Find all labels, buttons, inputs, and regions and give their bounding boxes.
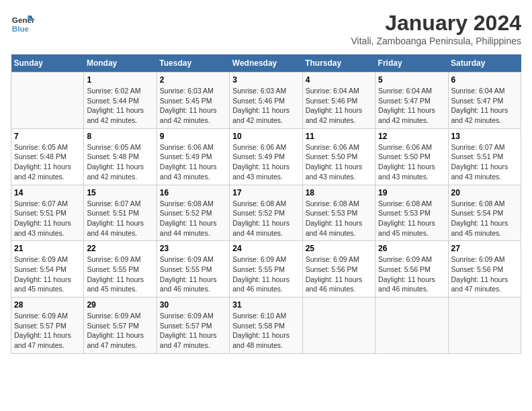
day-info: Sunrise: 6:05 AMSunset: 5:48 PMDaylight:…	[14, 142, 81, 182]
day-number: 14	[14, 188, 81, 197]
day-info: Sunrise: 6:09 AMSunset: 5:56 PMDaylight:…	[451, 255, 518, 294]
day-number: 4	[306, 75, 372, 85]
calendar-cell: 27Sunrise: 6:09 AMSunset: 5:56 PMDayligh…	[448, 241, 521, 298]
day-number: 30	[160, 300, 226, 310]
day-number: 6	[451, 75, 518, 85]
day-info: Sunrise: 6:07 AMSunset: 5:51 PMDaylight:…	[87, 199, 153, 238]
calendar-cell: 6Sunrise: 6:04 AMSunset: 5:47 PMDaylight…	[448, 73, 521, 129]
day-info: Sunrise: 6:09 AMSunset: 5:55 PMDaylight:…	[87, 255, 153, 294]
calendar-cell: 28Sunrise: 6:09 AMSunset: 5:57 PMDayligh…	[11, 298, 84, 354]
calendar-cell: 14Sunrise: 6:07 AMSunset: 5:51 PMDayligh…	[11, 185, 84, 241]
day-number: 5	[378, 75, 445, 85]
calendar-cell: 20Sunrise: 6:08 AMSunset: 5:54 PMDayligh…	[448, 185, 521, 241]
day-info: Sunrise: 6:09 AMSunset: 5:55 PMDaylight:…	[160, 255, 226, 294]
day-number: 11	[306, 132, 372, 141]
day-info: Sunrise: 6:03 AMSunset: 5:45 PMDaylight:…	[160, 86, 226, 126]
day-header-thursday: Thursday	[302, 54, 375, 73]
calendar-table: SundayMondayTuesdayWednesdayThursdayFrid…	[11, 54, 521, 354]
day-number: 9	[160, 132, 226, 141]
calendar-cell: 13Sunrise: 6:07 AMSunset: 5:51 PMDayligh…	[448, 128, 521, 185]
day-number: 16	[160, 188, 226, 197]
calendar-cell: 3Sunrise: 6:03 AMSunset: 5:46 PMDaylight…	[230, 73, 302, 129]
calendar-cell: 16Sunrise: 6:08 AMSunset: 5:52 PMDayligh…	[157, 185, 229, 241]
calendar-cell: 26Sunrise: 6:09 AMSunset: 5:56 PMDayligh…	[375, 241, 448, 298]
title-block: January 2024 Vitali, Zamboanga Peninsula…	[351, 11, 521, 46]
day-number: 27	[451, 244, 518, 253]
day-header-saturday: Saturday	[448, 54, 521, 73]
day-number: 15	[87, 188, 153, 197]
day-info: Sunrise: 6:06 AMSunset: 5:49 PMDaylight:…	[232, 142, 299, 182]
calendar-cell: 22Sunrise: 6:09 AMSunset: 5:55 PMDayligh…	[84, 241, 157, 298]
calendar-cell: 2Sunrise: 6:03 AMSunset: 5:45 PMDaylight…	[157, 73, 229, 129]
calendar-cell: 23Sunrise: 6:09 AMSunset: 5:55 PMDayligh…	[157, 241, 229, 298]
calendar-cell: 9Sunrise: 6:06 AMSunset: 5:49 PMDaylight…	[157, 128, 229, 185]
page-header: General Blue January 2024 Vitali, Zamboa…	[11, 11, 521, 46]
logo-icon: General Blue	[11, 11, 35, 35]
day-info: Sunrise: 6:09 AMSunset: 5:54 PMDaylight:…	[14, 255, 81, 294]
day-info: Sunrise: 6:04 AMSunset: 5:47 PMDaylight:…	[378, 86, 445, 126]
calendar-cell: 18Sunrise: 6:08 AMSunset: 5:53 PMDayligh…	[302, 185, 375, 241]
day-header-friday: Friday	[375, 54, 448, 73]
day-info: Sunrise: 6:02 AMSunset: 5:44 PMDaylight:…	[87, 86, 153, 126]
day-info: Sunrise: 6:08 AMSunset: 5:53 PMDaylight:…	[378, 199, 445, 238]
calendar-cell: 4Sunrise: 6:04 AMSunset: 5:46 PMDaylight…	[302, 73, 375, 129]
day-number: 3	[232, 75, 299, 85]
location-subtitle: Vitali, Zamboanga Peninsula, Philippines	[351, 36, 521, 46]
day-info: Sunrise: 6:03 AMSunset: 5:46 PMDaylight:…	[232, 86, 299, 126]
calendar-cell: 29Sunrise: 6:09 AMSunset: 5:57 PMDayligh…	[84, 298, 157, 354]
calendar-cell: 21Sunrise: 6:09 AMSunset: 5:54 PMDayligh…	[11, 241, 84, 298]
header-row: SundayMondayTuesdayWednesdayThursdayFrid…	[11, 54, 521, 73]
day-info: Sunrise: 6:09 AMSunset: 5:56 PMDaylight:…	[306, 255, 372, 294]
day-info: Sunrise: 6:08 AMSunset: 5:52 PMDaylight:…	[232, 199, 299, 238]
day-info: Sunrise: 6:06 AMSunset: 5:50 PMDaylight:…	[306, 142, 372, 182]
day-header-sunday: Sunday	[11, 54, 84, 73]
day-info: Sunrise: 6:08 AMSunset: 5:52 PMDaylight:…	[160, 199, 226, 238]
calendar-cell: 7Sunrise: 6:05 AMSunset: 5:48 PMDaylight…	[11, 128, 84, 185]
day-number: 13	[451, 132, 518, 141]
day-info: Sunrise: 6:07 AMSunset: 5:51 PMDaylight:…	[451, 142, 518, 182]
calendar-cell: 31Sunrise: 6:10 AMSunset: 5:58 PMDayligh…	[230, 298, 302, 354]
day-number: 22	[87, 244, 153, 253]
week-row-4: 21Sunrise: 6:09 AMSunset: 5:54 PMDayligh…	[11, 241, 521, 298]
calendar-cell	[448, 298, 521, 354]
day-header-tuesday: Tuesday	[157, 54, 229, 73]
calendar-cell: 24Sunrise: 6:09 AMSunset: 5:55 PMDayligh…	[230, 241, 302, 298]
svg-text:Blue: Blue	[12, 24, 30, 33]
day-info: Sunrise: 6:08 AMSunset: 5:54 PMDaylight:…	[451, 199, 518, 238]
day-number: 21	[14, 244, 81, 253]
day-info: Sunrise: 6:07 AMSunset: 5:51 PMDaylight:…	[14, 199, 81, 238]
day-number: 2	[160, 75, 226, 85]
week-row-2: 7Sunrise: 6:05 AMSunset: 5:48 PMDaylight…	[11, 128, 521, 185]
day-number: 25	[306, 244, 372, 253]
calendar-cell: 8Sunrise: 6:05 AMSunset: 5:48 PMDaylight…	[84, 128, 157, 185]
month-year-title: January 2024	[351, 11, 521, 36]
day-number: 31	[232, 300, 299, 310]
week-row-1: 1Sunrise: 6:02 AMSunset: 5:44 PMDaylight…	[11, 73, 521, 129]
week-row-3: 14Sunrise: 6:07 AMSunset: 5:51 PMDayligh…	[11, 185, 521, 241]
day-info: Sunrise: 6:06 AMSunset: 5:49 PMDaylight:…	[160, 142, 226, 182]
day-number: 10	[232, 132, 299, 141]
calendar-cell: 25Sunrise: 6:09 AMSunset: 5:56 PMDayligh…	[302, 241, 375, 298]
day-number: 26	[378, 244, 445, 253]
day-number: 17	[232, 188, 299, 197]
day-info: Sunrise: 6:09 AMSunset: 5:57 PMDaylight:…	[87, 311, 153, 351]
day-number: 12	[378, 132, 445, 141]
day-info: Sunrise: 6:10 AMSunset: 5:58 PMDaylight:…	[232, 311, 299, 351]
day-number: 1	[87, 75, 153, 85]
calendar-cell	[11, 73, 84, 129]
day-info: Sunrise: 6:09 AMSunset: 5:56 PMDaylight:…	[378, 255, 445, 294]
day-number: 29	[87, 300, 153, 310]
week-row-5: 28Sunrise: 6:09 AMSunset: 5:57 PMDayligh…	[11, 298, 521, 354]
day-info: Sunrise: 6:08 AMSunset: 5:53 PMDaylight:…	[306, 199, 372, 238]
calendar-cell: 17Sunrise: 6:08 AMSunset: 5:52 PMDayligh…	[230, 185, 302, 241]
day-info: Sunrise: 6:04 AMSunset: 5:46 PMDaylight:…	[306, 86, 372, 126]
day-number: 19	[378, 188, 445, 197]
day-info: Sunrise: 6:09 AMSunset: 5:57 PMDaylight:…	[14, 311, 81, 351]
day-number: 20	[451, 188, 518, 197]
calendar-cell: 15Sunrise: 6:07 AMSunset: 5:51 PMDayligh…	[84, 185, 157, 241]
calendar-cell: 5Sunrise: 6:04 AMSunset: 5:47 PMDaylight…	[375, 73, 448, 129]
day-info: Sunrise: 6:05 AMSunset: 5:48 PMDaylight:…	[87, 142, 153, 182]
day-number: 18	[306, 188, 372, 197]
day-number: 23	[160, 244, 226, 253]
calendar-cell: 1Sunrise: 6:02 AMSunset: 5:44 PMDaylight…	[84, 73, 157, 129]
